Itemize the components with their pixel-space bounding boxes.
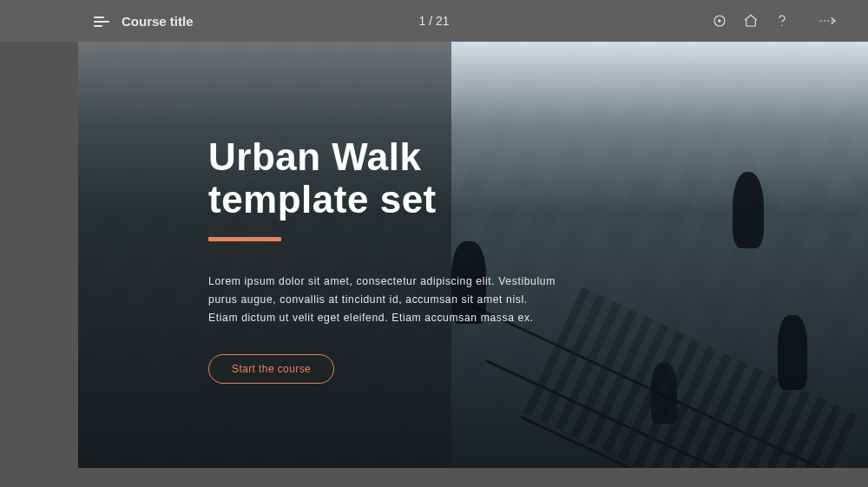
start-course-button[interactable]: Start the course: [208, 354, 334, 384]
svg-marker-1: [719, 19, 722, 23]
next-button[interactable]: [819, 15, 838, 27]
svg-point-2: [781, 25, 782, 26]
help-icon: [774, 13, 790, 29]
course-player-frame: Course title 1 / 21: [0, 0, 868, 487]
person-silhouette: [651, 363, 677, 424]
topbar-actions: [712, 13, 790, 29]
title-line-2: template set: [208, 178, 437, 220]
arrow-right-icon: [819, 15, 838, 27]
course-title: Course title: [122, 14, 194, 29]
replay-button[interactable]: [712, 13, 727, 29]
slide-title: Urban Walk template set: [208, 135, 582, 221]
title-underline: [208, 237, 281, 241]
title-line-1: Urban Walk: [208, 135, 421, 178]
help-button[interactable]: [774, 13, 790, 29]
replay-icon: [712, 13, 727, 29]
slide-body-text: Lorem ipsum dolor sit amet, consectetur …: [208, 273, 556, 328]
menu-button[interactable]: [94, 15, 109, 27]
slide-stage: Urban Walk template set Lorem ipsum dolo…: [78, 42, 868, 468]
home-icon: [743, 13, 759, 29]
page-indicator: 1 / 21: [418, 14, 449, 28]
person-silhouette: [778, 315, 807, 390]
home-button[interactable]: [743, 13, 759, 29]
topbar: Course title 1 / 21: [0, 0, 868, 42]
slide-content: Urban Walk template set Lorem ipsum dolo…: [208, 135, 582, 384]
menu-icon: [94, 15, 109, 27]
person-silhouette: [733, 172, 764, 248]
